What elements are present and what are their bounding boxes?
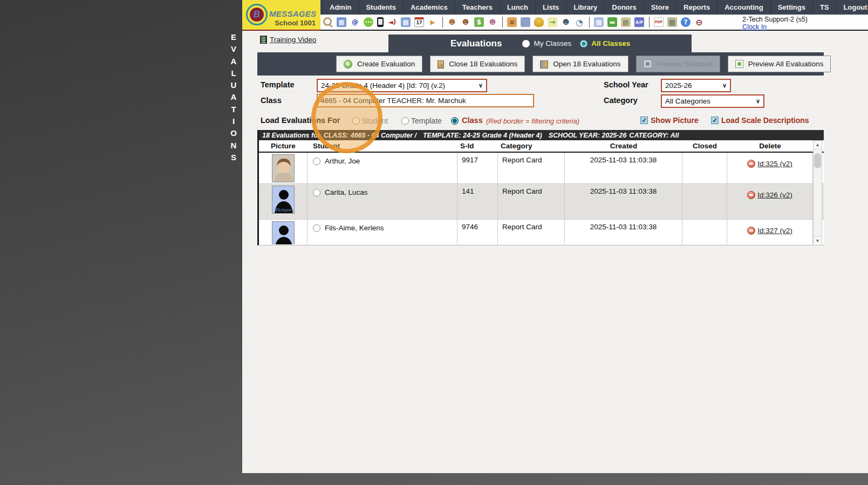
show-picture-label[interactable]: Show Picture bbox=[651, 116, 699, 125]
load-evaluations-for-label: Load Evaluations For bbox=[261, 116, 340, 125]
help-icon[interactable]: ? bbox=[681, 17, 691, 27]
nav-item-students[interactable]: Students bbox=[358, 0, 403, 15]
delete-link[interactable]: Id:326 (v2) bbox=[757, 191, 792, 199]
student-id: 9746 bbox=[457, 220, 498, 244]
load-for-student-radio[interactable] bbox=[352, 117, 360, 125]
lunch-icon[interactable]: ≡ bbox=[507, 17, 517, 27]
delete-icon[interactable] bbox=[747, 191, 755, 199]
evaluations-table: 18 Evaluations for CLASS: 4665 - 04 Comp… bbox=[257, 130, 824, 245]
load-for-template-label[interactable]: Template bbox=[411, 117, 442, 125]
closed-cell bbox=[682, 153, 727, 184]
schedule-calendar-icon[interactable]: ▦ bbox=[401, 17, 411, 27]
nav-item-settings[interactable]: Settings bbox=[770, 0, 812, 15]
scrollbar-thumb[interactable] bbox=[814, 153, 821, 168]
nav-item-admin[interactable]: Admin bbox=[322, 0, 358, 15]
clock-in-link[interactable]: Clock In bbox=[742, 23, 767, 31]
delete-link[interactable]: Id:325 (v2) bbox=[757, 160, 792, 168]
nav-item-store[interactable]: Store bbox=[644, 0, 676, 15]
scope-all-classes[interactable]: All Classes bbox=[580, 39, 630, 47]
toolbar-divider bbox=[442, 17, 443, 28]
nurse-icon[interactable]: ☻ bbox=[447, 17, 457, 27]
preview-all-button[interactable]: Preview All Evaluations bbox=[728, 56, 831, 72]
speaker-icon[interactable]: ◄) bbox=[387, 17, 397, 27]
category-select[interactable]: All Categories ∨ bbox=[661, 94, 764, 108]
pdf-icon[interactable]: PDF bbox=[654, 17, 664, 27]
nav-item-lists[interactable]: Lists bbox=[535, 0, 566, 15]
cash-register-icon[interactable]: ▤ bbox=[667, 17, 677, 27]
col-sid: S-Id bbox=[457, 142, 498, 150]
load-scale-label[interactable]: Load Scale Descriptions bbox=[721, 116, 809, 125]
load-for-template-radio[interactable] bbox=[401, 117, 409, 125]
delete-link[interactable]: Id:327 (v2) bbox=[757, 227, 792, 235]
all-classes-radio[interactable] bbox=[580, 40, 587, 47]
bell-icon[interactable] bbox=[534, 17, 544, 27]
scroll-up-arrow[interactable]: ▲ bbox=[814, 141, 822, 149]
logout-stop-icon[interactable]: ⊖ bbox=[694, 17, 704, 27]
col-created: Created bbox=[565, 142, 682, 150]
mobile-phone-icon[interactable] bbox=[377, 17, 384, 27]
school-year-select[interactable]: 2025-26 ∨ bbox=[661, 79, 731, 92]
category-label: Category bbox=[604, 96, 638, 105]
toolbar-divider bbox=[589, 17, 590, 28]
page-title: Evaluations bbox=[450, 38, 502, 49]
apps-grid-icon[interactable]: ▦ bbox=[337, 17, 346, 27]
payroll-printer-icon[interactable]: ▤ bbox=[621, 17, 631, 27]
delete-icon[interactable] bbox=[747, 160, 755, 168]
ap-badge-icon[interactable]: A/P bbox=[634, 17, 644, 27]
row-select-radio[interactable] bbox=[313, 224, 320, 232]
student-name: Fils-Aime, Kerlens bbox=[325, 224, 384, 232]
open-door-icon bbox=[540, 60, 548, 69]
search-icon[interactable] bbox=[323, 17, 333, 27]
nav-item-logout[interactable]: Logout bbox=[836, 0, 868, 15]
col-picture: Picture bbox=[259, 142, 307, 150]
row-select-radio[interactable] bbox=[313, 189, 320, 196]
load-scale-checkbox[interactable]: ✓ bbox=[711, 117, 719, 124]
nav-item-accounting[interactable]: Accounting bbox=[717, 0, 770, 15]
counselor-icon[interactable]: ☻ bbox=[461, 17, 470, 27]
nav-item-teachers[interactable]: Teachers bbox=[455, 0, 500, 15]
open-evaluations-button[interactable]: Open 18 Evaluations bbox=[532, 56, 628, 72]
nav-item-donors[interactable]: Donors bbox=[604, 0, 644, 15]
create-evaluation-button[interactable]: Create Evaluation bbox=[336, 56, 422, 72]
nav-item-lunch[interactable]: Lunch bbox=[500, 0, 535, 15]
chat-icon[interactable]: ··· bbox=[364, 17, 373, 27]
show-picture-checkbox[interactable]: ✓ bbox=[640, 117, 648, 124]
cash-icon[interactable]: $ bbox=[474, 17, 484, 27]
nav-item-ts[interactable]: TS bbox=[812, 0, 836, 15]
class-input[interactable] bbox=[317, 94, 534, 107]
preview-selected-button[interactable]: Preview Selected bbox=[636, 56, 720, 72]
col-student: Student bbox=[307, 142, 457, 150]
nav-item-academics[interactable]: Academics bbox=[403, 0, 455, 15]
students-pair-icon[interactable]: ☻ bbox=[488, 17, 497, 27]
administrator-icon[interactable]: ☻ bbox=[561, 17, 571, 27]
nav-item-library[interactable]: Library bbox=[566, 0, 604, 15]
payment-card-icon[interactable]: ▬ bbox=[607, 17, 617, 27]
send-note-icon[interactable]: → bbox=[548, 17, 557, 27]
nav-item-reports[interactable]: Reports bbox=[676, 0, 717, 15]
delete-icon[interactable] bbox=[747, 227, 755, 235]
binder-icon[interactable] bbox=[521, 17, 530, 27]
date-calendar-icon[interactable]: 17 bbox=[414, 17, 424, 27]
template-select[interactable]: 24-25 Grade 4 (Header 4) [Id: 70] (v.2) … bbox=[317, 79, 487, 92]
alarm-clock-icon[interactable]: ◔ bbox=[575, 17, 584, 27]
category-cell: Report Card bbox=[498, 184, 565, 220]
gradebook-icon[interactable]: ▦ bbox=[594, 17, 604, 27]
scroll-down-arrow[interactable]: ▼ bbox=[814, 236, 822, 245]
load-for-student-label[interactable]: Student bbox=[362, 117, 388, 125]
student-name: Arthur, Joe bbox=[325, 157, 360, 165]
my-classes-label[interactable]: My Classes bbox=[534, 39, 571, 47]
row-select-radio[interactable] bbox=[313, 158, 320, 165]
load-for-class-label[interactable]: Class bbox=[462, 116, 483, 125]
student-id: 141 bbox=[457, 184, 498, 220]
email-icon[interactable]: @ bbox=[350, 17, 360, 27]
training-video-link[interactable]: Training Video bbox=[260, 36, 316, 44]
load-for-class-radio[interactable] bbox=[451, 117, 459, 125]
category-value: All Categories bbox=[665, 97, 710, 105]
scope-my-classes[interactable]: My Classes bbox=[522, 39, 571, 47]
all-classes-label[interactable]: All Classes bbox=[591, 39, 630, 47]
table-scrollbar[interactable]: ▲ ▼ bbox=[813, 140, 822, 245]
category-cell: Report Card bbox=[498, 220, 565, 244]
my-classes-radio[interactable] bbox=[522, 40, 530, 47]
megaphone-icon[interactable]: ▶ bbox=[428, 17, 438, 27]
close-evaluations-button[interactable]: Close 18 Evaluations bbox=[430, 56, 525, 72]
